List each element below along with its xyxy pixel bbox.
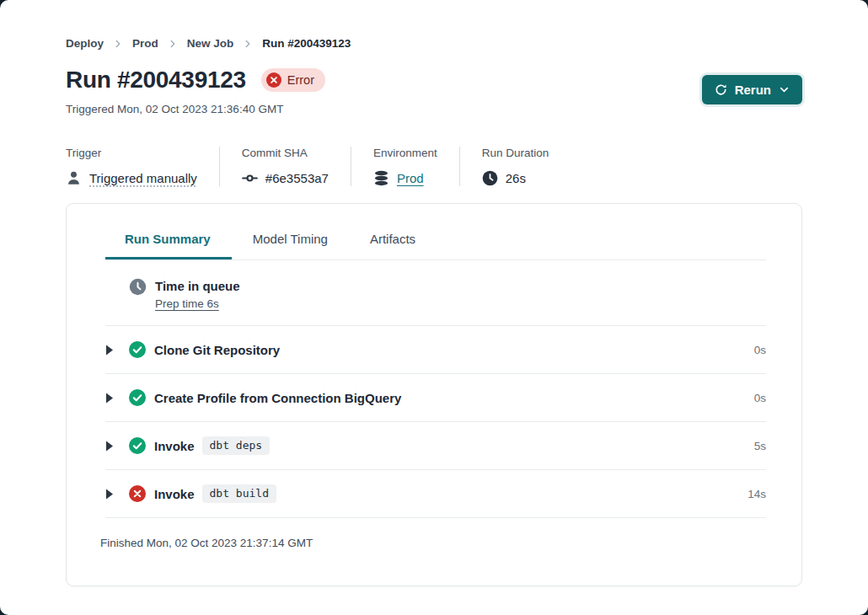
rerun-button[interactable]: Rerun	[702, 75, 802, 104]
command-chip: dbt deps	[202, 436, 271, 455]
step-row-create-profile[interactable]: Create Profile from Connection BigQuery …	[105, 374, 766, 422]
triggered-timestamp: Triggered Mon, 02 Oct 2023 21:36:40 GMT	[66, 103, 325, 115]
run-details-strip: Trigger Triggered manually Commit SHA #6…	[66, 147, 802, 186]
chevron-right-icon	[243, 39, 253, 49]
header: Run #200439123 Error Triggered Mon, 02 O…	[66, 67, 802, 115]
commit-icon	[242, 170, 258, 186]
run-duration-value: 26s	[506, 171, 526, 185]
detail-environment: Environment Prod	[373, 147, 460, 186]
step-row-dbt-deps[interactable]: Invoke dbt deps 5s	[105, 422, 766, 470]
person-icon	[66, 170, 82, 186]
tab-artifacts[interactable]: Artifacts	[349, 232, 437, 259]
step-duration: 14s	[747, 488, 766, 500]
check-circle-icon	[129, 437, 146, 454]
database-icon	[373, 170, 389, 186]
detail-trigger: Trigger Triggered manually	[66, 147, 220, 186]
status-badge-label: Error	[287, 73, 314, 87]
detail-label: Trigger	[66, 147, 197, 159]
detail-label: Commit SHA	[242, 147, 329, 159]
detail-commit-sha: Commit SHA #6e3553a7	[242, 147, 351, 186]
trigger-value[interactable]: Triggered manually	[89, 171, 197, 185]
step-duration: 0s	[754, 392, 766, 404]
tab-model-timing[interactable]: Model Timing	[232, 232, 349, 259]
step-title: Create Profile from Connection BigQuery	[154, 391, 401, 405]
check-circle-icon	[129, 341, 146, 358]
breadcrumb-run-id: Run #200439123	[262, 37, 351, 50]
queue-title: Time in queue	[155, 278, 240, 295]
breadcrumb-new-job[interactable]: New Job	[187, 37, 234, 50]
breadcrumb-prod[interactable]: Prod	[132, 37, 158, 50]
chevron-right-icon	[168, 39, 178, 49]
prep-time-link[interactable]: Prep time 6s	[155, 297, 219, 310]
header-left: Run #200439123 Error Triggered Mon, 02 O…	[66, 67, 325, 115]
clock-icon	[482, 170, 498, 186]
detail-label: Environment	[373, 147, 437, 159]
step-title: Clone Git Repository	[154, 343, 280, 357]
caret-right-icon[interactable]	[105, 345, 115, 356]
refresh-icon	[715, 83, 727, 96]
step-title: Invoke	[154, 439, 195, 453]
run-detail-page: Deploy Prod New Job Run #200439123 Run #…	[0, 0, 868, 615]
caret-right-icon[interactable]	[105, 393, 115, 404]
tab-bar: Run Summary Model Timing Artifacts	[105, 204, 766, 260]
breadcrumb: Deploy Prod New Job Run #200439123	[66, 0, 802, 50]
error-circle-icon	[129, 485, 146, 502]
caret-right-icon[interactable]	[105, 489, 115, 500]
step-duration: 5s	[754, 440, 766, 452]
environment-link[interactable]: Prod	[397, 171, 424, 185]
page-title: Run #200439123	[66, 67, 246, 94]
run-summary-card: Run Summary Model Timing Artifacts Time …	[66, 203, 802, 586]
chevron-down-icon	[779, 84, 790, 95]
finished-timestamp: Finished Mon, 02 Oct 2023 21:37:14 GMT	[100, 537, 801, 549]
step-row-clone-git[interactable]: Clone Git Repository 0s	[105, 326, 766, 374]
chevron-right-icon	[113, 39, 123, 49]
status-badge: Error	[261, 68, 325, 92]
caret-right-icon[interactable]	[105, 441, 115, 452]
rerun-button-label: Rerun	[735, 83, 771, 97]
step-row-dbt-build[interactable]: Invoke dbt build 14s	[105, 470, 766, 518]
step-title: Invoke	[154, 487, 195, 501]
error-circle-icon	[266, 72, 281, 88]
clock-icon	[129, 278, 147, 296]
detail-label: Run Duration	[482, 147, 549, 159]
check-circle-icon	[129, 389, 146, 406]
command-chip: dbt build	[202, 484, 276, 503]
commit-sha-value: #6e3553a7	[265, 171, 329, 185]
step-duration: 0s	[754, 344, 766, 356]
queue-row: Time in queue Prep time 6s	[105, 260, 766, 326]
tab-run-summary[interactable]: Run Summary	[105, 232, 232, 259]
breadcrumb-deploy[interactable]: Deploy	[66, 37, 104, 50]
detail-run-duration: Run Duration 26s	[482, 147, 571, 186]
